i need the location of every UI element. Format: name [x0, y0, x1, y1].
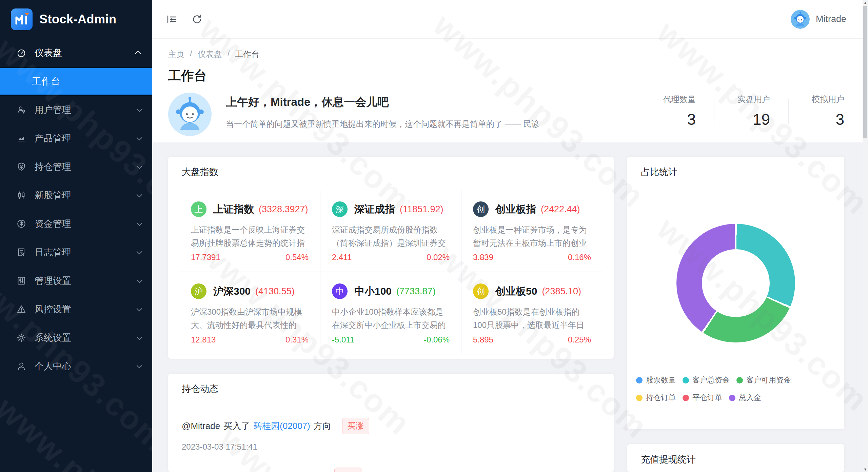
legend-item[interactable]: 总入金: [729, 393, 761, 403]
index-name: 创业板指: [495, 202, 536, 216]
sidebar-item-label: 资金管理: [35, 218, 71, 230]
user-avatar[interactable]: [791, 10, 810, 29]
legend-label: 客户总资金: [692, 375, 730, 385]
content-area: 大盘指数 上 上证指数 (3328.3927) 上证指数是一个反映上海证券交易所…: [152, 142, 868, 472]
chevron-down-icon: [137, 106, 142, 112]
dashboard-icon: [16, 47, 27, 58]
sidebar-item-product-management[interactable]: 产品管理: [0, 124, 152, 153]
collapse-sidebar-icon[interactable]: [166, 13, 179, 26]
log-document-icon: [16, 247, 27, 258]
chevron-down-icon: [137, 306, 142, 311]
chevron-down-icon: [137, 192, 142, 197]
card-title: 持仓动态: [168, 374, 614, 404]
scrollbar-thumb[interactable]: [863, 6, 867, 138]
breadcrumb-dashboard[interactable]: 仪表盘: [198, 49, 222, 60]
sidebar-item-log-management[interactable]: 日志管理: [0, 238, 152, 267]
index-change: 2.411: [332, 253, 352, 262]
stat-demo-users: 模拟用户 3: [807, 94, 844, 129]
stat-label: 模拟用户: [812, 94, 844, 105]
sidebar-item-label: 风控设置: [35, 303, 71, 315]
legend-item[interactable]: 客户可用资金: [736, 375, 791, 385]
stock-link[interactable]: 碧桂园(02007): [253, 420, 310, 432]
market-index-card: 大盘指数 上 上证指数 (3328.3927) 上证指数是一个反映上海证券交易所…: [168, 157, 614, 359]
entry-direction-label: 方向: [314, 420, 331, 432]
vertical-scrollbar[interactable]: ▲ ▼: [863, 0, 868, 472]
app-title: Stock-Admin: [39, 12, 117, 26]
legend-item[interactable]: 持仓订单: [636, 393, 676, 403]
sidebar-item-risk-settings[interactable]: 风控设置: [0, 295, 152, 323]
index-tile-chinext50: 创 创业板50 (2385.10) 创业板50指数是在创业板指的100只股票中，…: [461, 272, 603, 354]
direction-tag: 买涨: [342, 418, 369, 434]
sidebar: Stock-Admin 仪表盘 工作台 用户管理 产品管理: [0, 0, 152, 472]
index-tiles: 上 上证指数 (3328.3927) 上证指数是一个反映上海证券交易所挂牌股票总…: [168, 187, 614, 357]
app-logo[interactable]: Stock-Admin: [0, 0, 152, 39]
index-change: 5.895: [473, 335, 493, 345]
stat-real-users: 实盘用户 19: [733, 94, 770, 129]
entry-action: 买入了: [223, 420, 250, 432]
user-key-icon: [16, 104, 27, 115]
index-badge: 创: [473, 283, 489, 299]
legend-item[interactable]: 平仓订单: [683, 393, 722, 403]
sidebar-item-dashboard[interactable]: 仪表盘: [0, 39, 152, 67]
index-percent: 0.16%: [568, 253, 591, 262]
legend-label: 总入金: [739, 393, 761, 403]
sidebar-item-position-management[interactable]: 持仓管理: [0, 153, 152, 181]
shield-yen-icon: [16, 161, 27, 172]
sidebar-item-system-settings[interactable]: 系统设置: [0, 323, 152, 352]
sidebar-item-ipo-management[interactable]: 新股管理: [0, 181, 152, 210]
index-change: -5.011: [332, 335, 354, 345]
legend-label: 平仓订单: [692, 393, 722, 403]
index-description: 沪深300指数由沪深市场中规模大、流动性好的最具代表性的: [191, 305, 309, 332]
index-tile-shenzhen: 深 深证成指 (11851.92) 深证成指交易所成份股价指数（简称深证成指）是…: [320, 190, 461, 272]
index-name: 中小100: [354, 284, 392, 298]
sidebar-item-user-management[interactable]: 用户管理: [0, 96, 152, 124]
legend-dot: [636, 377, 643, 383]
robot-avatar: [168, 93, 212, 136]
index-badge: 中: [332, 283, 348, 299]
refresh-icon[interactable]: [191, 13, 204, 26]
index-value: (7733.87): [396, 286, 436, 297]
chevron-down-icon: [137, 163, 142, 169]
index-badge: 上: [191, 201, 206, 217]
legend-dot: [683, 377, 689, 383]
scroll-down-icon[interactable]: ▼: [863, 467, 868, 472]
topbar-user[interactable]: Mitrade: [791, 10, 846, 29]
card-title: 充值提现统计: [627, 444, 844, 472]
index-value: (3328.3927): [259, 204, 308, 215]
legend-item[interactable]: 客户总资金: [683, 375, 730, 385]
stat-value: 3: [835, 110, 844, 129]
greeting-title: 上午好，Mitrade，休息一会儿吧: [226, 95, 539, 110]
index-badge: 创: [473, 201, 489, 217]
legend-dot: [683, 395, 689, 401]
index-description: 创业板是一种证券市场，是专为暂时无法在主板市场上市的创业: [473, 223, 591, 250]
sidebar-item-label: 产品管理: [35, 132, 71, 144]
legend-dot: [729, 395, 735, 401]
divider: [714, 99, 714, 124]
stat-agents: 代理数量 3: [658, 94, 696, 129]
sidebar-item-admin-settings[interactable]: 管理设置: [0, 267, 152, 295]
scroll-up-icon[interactable]: ▲: [863, 0, 868, 5]
legend-label: 客户可用资金: [746, 375, 791, 385]
warning-triangle-icon: [16, 304, 27, 315]
chevron-down-icon: [137, 334, 142, 340]
direction-tag: 买涨: [334, 468, 361, 472]
index-value: (2422.44): [541, 204, 580, 215]
sidebar-item-fund-management[interactable]: 资金管理: [0, 210, 152, 238]
stat-label: 代理数量: [663, 94, 696, 105]
index-name: 深证成指: [354, 202, 395, 216]
sidebar-subitem-label: 工作台: [32, 75, 60, 88]
index-percent: 0.54%: [285, 253, 309, 262]
index-change: 17.7391: [191, 253, 220, 262]
legend-dot: [636, 395, 643, 401]
card-title: 大盘指数: [168, 157, 614, 187]
index-value: (2385.10): [542, 286, 581, 297]
index-description: 创业板50指数是在创业板指的100只股票中，选取最近半年日: [473, 305, 591, 332]
sidebar-item-label: 新股管理: [35, 189, 71, 201]
chevron-down-icon: [137, 220, 142, 226]
sidebar-item-profile[interactable]: 个人中心: [0, 352, 152, 380]
breadcrumb-home[interactable]: 主页: [168, 49, 184, 60]
index-description: 中小企业100指数样本应该都是在深交所中小企业板上市交易的: [332, 305, 450, 332]
sidebar-item-workbench[interactable]: 工作台: [0, 68, 152, 95]
legend-item[interactable]: 股票数量: [636, 375, 676, 385]
index-percent: 0.25%: [568, 335, 591, 345]
